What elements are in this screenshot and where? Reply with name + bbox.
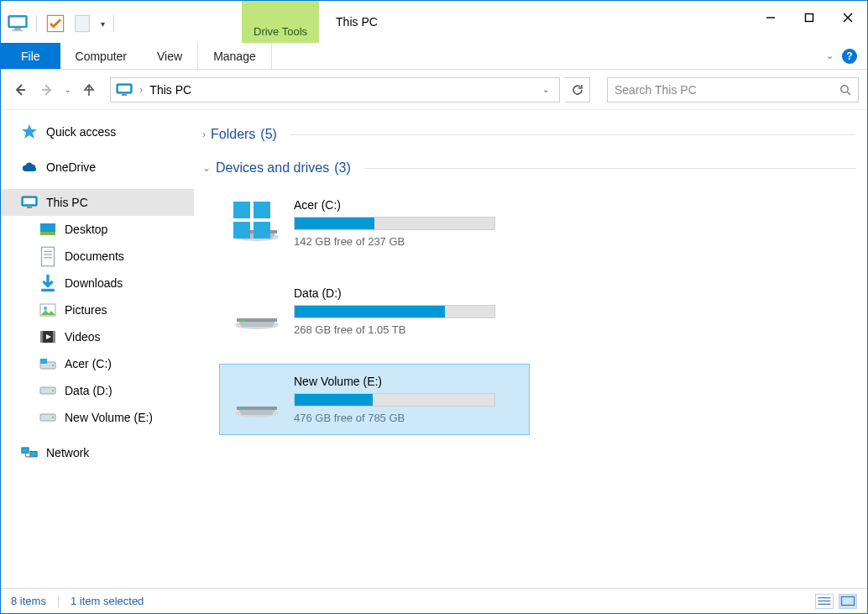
- sidebar-item-label: Data (D:): [65, 384, 112, 397]
- svg-rect-1: [10, 18, 25, 26]
- sidebar-item-this-pc[interactable]: This PC: [1, 189, 194, 216]
- refresh-button[interactable]: [565, 77, 590, 102]
- drive-name: Acer (C:): [294, 198, 515, 212]
- svg-rect-28: [41, 289, 55, 291]
- svg-rect-7: [806, 14, 813, 22]
- qat-thispc-icon[interactable]: [8, 14, 28, 33]
- onedrive-icon: [21, 159, 38, 176]
- navigation-sidebar: Quick access OneDrive This PC Desktop: [1, 110, 194, 588]
- drive-item[interactable]: New Volume (E:) 476 GB free of 785 GB: [219, 364, 530, 435]
- nav-back-button[interactable]: [9, 79, 31, 101]
- view-details-button[interactable]: [815, 594, 834, 609]
- tab-manage[interactable]: Manage: [197, 43, 272, 69]
- sidebar-item-label: Videos: [65, 330, 101, 344]
- hard-drive-icon: [233, 381, 280, 418]
- sidebar-item-label: Pictures: [65, 303, 107, 317]
- drive-free-text: 268 GB free of 1.05 TB: [294, 323, 515, 336]
- drive-free-text: 142 GB free of 237 GB: [294, 235, 515, 248]
- svg-rect-14: [118, 86, 130, 92]
- drive-name: Data (D:): [294, 286, 515, 300]
- sidebar-item-label: Downloads: [65, 276, 123, 290]
- sidebar-item-quick-access[interactable]: Quick access: [1, 118, 194, 145]
- breadcrumb-separator: ›: [139, 83, 143, 96]
- status-selected-count: 1 item selected: [71, 595, 144, 607]
- qat-blank-icon[interactable]: [72, 14, 92, 33]
- content-pane: › Folders (5) ⌄ Devices and drives (3) A…: [194, 110, 867, 588]
- svg-rect-24: [42, 247, 55, 266]
- drive-usage-bar: [294, 217, 495, 230]
- qat-properties-icon[interactable]: [45, 14, 65, 33]
- drive-item[interactable]: Acer (C:) 142 GB free of 237 GB: [219, 187, 530, 259]
- qat-customize-dropdown[interactable]: ▾: [101, 19, 105, 29]
- downloads-icon: [39, 275, 56, 291]
- svg-rect-43: [30, 451, 37, 456]
- search-icon: [839, 84, 851, 96]
- sidebar-item-pictures[interactable]: Pictures: [1, 297, 194, 323]
- chevron-right-icon: ›: [202, 129, 206, 140]
- section-drives-header[interactable]: ⌄ Devices and drives (3): [202, 155, 855, 181]
- sidebar-item-label: Desktop: [65, 223, 107, 236]
- section-label: Folders: [211, 127, 255, 142]
- svg-line-17: [848, 92, 851, 95]
- breadcrumb-current[interactable]: This PC: [149, 83, 191, 97]
- quick-access-icon: [21, 123, 38, 140]
- sidebar-item-onedrive[interactable]: OneDrive: [1, 154, 194, 181]
- address-bar-dropdown-icon[interactable]: ⌄: [542, 85, 554, 94]
- svg-rect-3: [13, 29, 24, 31]
- sidebar-item-drive-c[interactable]: Acer (C:): [1, 350, 194, 377]
- drive-name: New Volume (E:): [294, 375, 515, 388]
- videos-icon: [39, 328, 56, 345]
- tab-view[interactable]: View: [142, 43, 197, 69]
- drive-free-text: 476 GB free of 785 GB: [294, 412, 515, 424]
- sidebar-item-drive-d[interactable]: Data (D:): [1, 377, 194, 404]
- drive-icon: [39, 355, 56, 372]
- chevron-down-icon: ⌄: [202, 162, 211, 174]
- ribbon-expand-icon[interactable]: ⌄: [826, 50, 834, 61]
- sidebar-item-videos[interactable]: Videos: [1, 323, 194, 350]
- view-large-icons-button[interactable]: [839, 594, 857, 609]
- svg-point-39: [52, 390, 54, 391]
- status-item-count: 8 items: [11, 595, 46, 607]
- status-separator: [58, 595, 59, 608]
- nav-history-dropdown[interactable]: ⌄: [65, 86, 71, 94]
- address-bar[interactable]: › This PC ⌄: [110, 77, 560, 102]
- desktop-icon: [39, 221, 56, 238]
- sidebar-item-drive-e[interactable]: New Volume (E:): [1, 404, 194, 431]
- sidebar-item-label: This PC: [46, 196, 88, 209]
- close-button[interactable]: [829, 4, 867, 31]
- tab-computer[interactable]: Computer: [60, 43, 142, 69]
- section-folders-header[interactable]: › Folders (5): [202, 122, 855, 147]
- pictures-icon: [39, 302, 56, 318]
- section-rule: [364, 168, 855, 169]
- search-box[interactable]: Search This PC: [607, 77, 859, 102]
- section-label: Devices and drives: [216, 160, 329, 176]
- minimize-button[interactable]: [751, 4, 790, 31]
- sidebar-item-network[interactable]: Network: [1, 439, 194, 466]
- svg-rect-2: [14, 29, 20, 30]
- nav-forward-button[interactable]: [36, 79, 58, 101]
- sidebar-item-downloads[interactable]: Downloads: [1, 270, 194, 297]
- maximize-button[interactable]: [790, 4, 829, 31]
- tab-file[interactable]: File: [1, 43, 60, 69]
- svg-rect-59: [842, 597, 855, 606]
- drive-usage-bar: [294, 393, 495, 407]
- documents-icon: [39, 248, 56, 265]
- drive-tools-label: Drive Tools: [254, 25, 307, 43]
- drive-item[interactable]: Data (D:) 268 GB free of 1.05 TB: [219, 276, 530, 347]
- svg-rect-32: [40, 331, 43, 343]
- svg-rect-36: [40, 359, 47, 364]
- windows-logo-icon: [228, 202, 275, 239]
- svg-point-30: [44, 307, 47, 310]
- svg-rect-33: [53, 331, 55, 343]
- sidebar-item-desktop[interactable]: Desktop: [1, 216, 194, 243]
- help-icon[interactable]: ?: [842, 49, 857, 64]
- sidebar-item-label: OneDrive: [46, 160, 96, 174]
- this-pc-icon: [21, 194, 38, 211]
- sidebar-item-documents[interactable]: Documents: [1, 243, 194, 270]
- qat-separator: [36, 15, 37, 32]
- contextual-tab-drive-tools: Drive Tools: [242, 1, 319, 43]
- svg-rect-53: [242, 320, 245, 322]
- svg-point-16: [841, 85, 848, 92]
- nav-up-button[interactable]: [78, 79, 100, 101]
- svg-rect-51: [254, 222, 270, 239]
